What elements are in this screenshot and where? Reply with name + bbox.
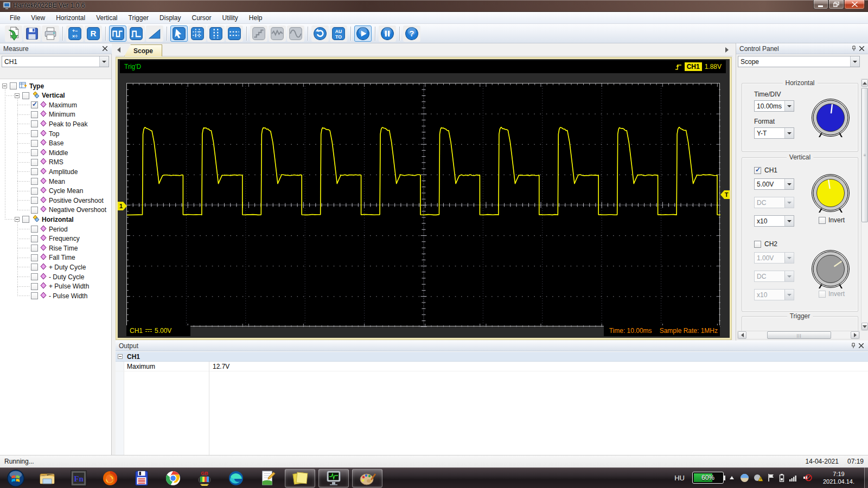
scroll-right-icon[interactable] (851, 331, 859, 339)
menu-item-view[interactable]: View (25, 12, 50, 23)
menu-item-file[interactable]: File (4, 12, 25, 23)
tree-item-negative-overshoot[interactable]: Negative Overshoot (31, 206, 106, 215)
tree-checkbox[interactable] (31, 130, 38, 137)
tree-item-fall-time[interactable]: Fall Time (31, 253, 75, 262)
menu-item-vertical[interactable]: Vertical (91, 12, 123, 23)
scroll-up-icon[interactable] (861, 79, 868, 87)
ch1-position-knob[interactable] (811, 174, 850, 213)
start-orb-button[interactable] (0, 469, 31, 487)
control-panel-mode-select[interactable]: Scope (738, 56, 860, 67)
time-div-select[interactable]: 10.00ms (754, 100, 794, 112)
close-icon[interactable] (857, 342, 865, 350)
scroll-down-icon[interactable] (861, 323, 868, 330)
volume-muted-icon[interactable] (802, 473, 812, 482)
tree-checkbox[interactable] (22, 216, 29, 223)
open-file-button[interactable] (5, 25, 22, 42)
gb-app-button[interactable]: GB (189, 469, 220, 487)
tree-item-type[interactable]: Type (2, 81, 44, 91)
taskbar-clock[interactable]: 7:19 2021.04.14. (819, 470, 859, 485)
tab-scroll-left-icon[interactable] (117, 47, 120, 53)
save-button[interactable] (23, 25, 41, 42)
ch1-volts-select[interactable]: 5.00V (754, 178, 794, 190)
tree-checkbox[interactable] (31, 283, 38, 290)
tree-item-maximum[interactable]: Maximum (31, 100, 77, 110)
chevron-down-icon[interactable] (784, 253, 794, 263)
chevron-down-icon[interactable] (784, 290, 794, 300)
menu-item-utility[interactable]: Utility (216, 12, 243, 23)
show-desktop-button[interactable] (864, 467, 868, 488)
tree-checkbox[interactable] (31, 120, 38, 127)
flag-icon[interactable] (768, 473, 775, 482)
tree-checkbox[interactable] (31, 245, 38, 252)
ch1-coupling-select[interactable]: DC (754, 197, 794, 208)
pause-button[interactable] (379, 25, 396, 42)
square-wave-button[interactable] (109, 25, 126, 42)
pin-icon[interactable] (850, 342, 857, 350)
fn-app-button[interactable]: Fn (63, 469, 94, 487)
menu-item-trigger[interactable]: Trigger (123, 12, 155, 23)
output-column-divider[interactable] (209, 362, 209, 455)
close-icon[interactable] (101, 45, 108, 53)
menu-item-display[interactable]: Display (154, 12, 186, 23)
output-channel-group-row[interactable]: CH1 (116, 352, 868, 362)
tree-item--pulse-width[interactable]: - Pulse Width (31, 291, 87, 300)
chevron-down-icon[interactable] (850, 56, 859, 67)
trigger-level-marker[interactable]: T (720, 190, 730, 199)
oscilloscope-app-button[interactable] (318, 469, 349, 487)
measure-channel-select[interactable]: CH1 (2, 56, 109, 67)
tree-checkbox[interactable] (10, 82, 17, 89)
tree-item--duty-cycle[interactable]: - Duty Cycle (31, 272, 84, 281)
print-button[interactable] (42, 25, 59, 42)
floppy-app-button[interactable] (126, 469, 157, 487)
ch1-probe-select[interactable]: x10 (754, 215, 794, 227)
minimize-button[interactable] (813, 0, 828, 9)
onedrive-icon[interactable] (740, 473, 749, 483)
chevron-down-icon[interactable] (784, 179, 794, 189)
control-panel-vscrollbar[interactable]: ≡ (861, 79, 868, 331)
format-select[interactable]: Y-T (754, 127, 794, 139)
math-button[interactable]: +−×÷ (66, 25, 84, 42)
firefox-button[interactable] (94, 469, 126, 487)
chevron-down-icon[interactable] (784, 101, 794, 111)
paint-button[interactable] (352, 469, 382, 487)
hscroll-thumb[interactable]: ||| (767, 331, 831, 339)
tree-checkbox[interactable] (31, 207, 38, 214)
chevron-down-icon[interactable] (99, 56, 108, 67)
tree-item-frequency[interactable]: Frequency (31, 234, 80, 243)
collapse-icon[interactable] (15, 93, 20, 98)
tree-item-rise-time[interactable]: Rise Time (31, 243, 78, 253)
sticky-notes-button[interactable] (285, 469, 315, 487)
tree-item-rms[interactable]: RMS (31, 158, 63, 167)
edge-button[interactable] (220, 469, 252, 487)
network-icon[interactable] (789, 473, 798, 482)
tree-checkbox[interactable] (31, 140, 38, 147)
play-button[interactable] (354, 25, 372, 42)
ch1-position-marker[interactable]: 1 (118, 202, 127, 210)
reference-button[interactable]: R (85, 25, 102, 42)
tree-checkbox[interactable] (31, 197, 38, 204)
language-indicator[interactable]: HU (674, 474, 685, 482)
scroll-left-icon[interactable] (738, 331, 746, 339)
tree-checkbox[interactable] (31, 159, 38, 166)
tree-checkbox[interactable] (31, 292, 38, 299)
timebase-knob[interactable] (811, 98, 850, 137)
chevron-down-icon[interactable] (784, 216, 794, 226)
pulse-wave-button[interactable] (127, 25, 145, 42)
tree-checkbox[interactable] (31, 264, 38, 271)
output-measurement-row[interactable]: Maximum 12.7V (116, 362, 868, 371)
menu-item-cursor[interactable]: Cursor (186, 12, 216, 23)
tree-item-middle[interactable]: Middle (31, 148, 68, 157)
close-icon[interactable] (858, 45, 865, 53)
auto-button[interactable]: AUTO (330, 25, 347, 42)
chevron-down-icon[interactable] (784, 271, 794, 281)
tree-checkbox[interactable] (31, 101, 38, 108)
tree-item-period[interactable]: Period (31, 224, 68, 234)
refresh-button[interactable] (311, 25, 329, 42)
ch2-volts-select[interactable]: 1.00V (754, 252, 794, 264)
battery-widget[interactable]: 60% (692, 472, 724, 484)
tree-item--duty-cycle[interactable]: + Duty Cycle (31, 262, 86, 272)
tree-checkbox[interactable] (31, 188, 38, 195)
cross-cursor-button[interactable] (189, 25, 206, 42)
help-button[interactable]: ? (403, 25, 420, 42)
chrome-button[interactable] (157, 469, 189, 487)
